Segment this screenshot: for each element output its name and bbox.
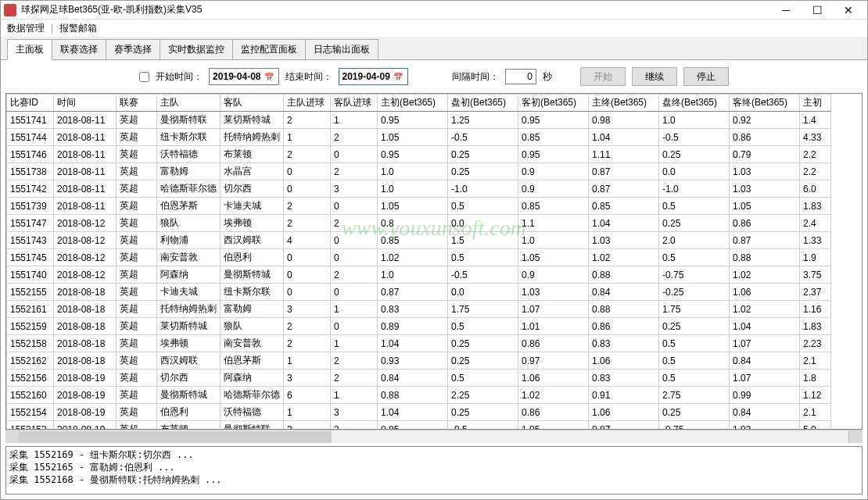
table-row[interactable]: 15521622018-08-18英超西汉姆联伯恩茅斯120.930.250.9… (7, 352, 831, 370)
toolbar: 开始时间： 2019-04-08📅 结束时间： 2019-04-09📅 间隔时间… (5, 65, 863, 93)
table-row[interactable]: 15521552018-08-18英超卡迪夫城纽卡斯尔联000.870.01.0… (7, 284, 831, 301)
table-row[interactable]: 15517472018-08-12英超狼队埃弗顿220.80.01.11.040… (7, 215, 831, 232)
table-cell: 英超 (117, 318, 157, 335)
calendar-icon[interactable]: 📅 (263, 70, 275, 83)
table-cell: 2.4 (800, 215, 831, 232)
table-cell: 1551746 (7, 146, 54, 163)
table-cell: 1.11 (589, 146, 659, 163)
menu-alert-email[interactable]: 报警邮箱 (56, 20, 100, 37)
maximize-button[interactable]: ☐ (802, 2, 833, 19)
log-panel[interactable]: 采集 1552169 - 纽卡斯尔联:切尔西 ...采集 1552165 - 富… (5, 446, 863, 495)
table-row[interactable]: 15517422018-08-11英超哈德斯菲尔德切尔西031.0-1.00.9… (7, 180, 831, 198)
horizontal-scrollbar[interactable] (5, 430, 863, 443)
table-cell: 沃特福德 (157, 146, 221, 163)
table-cell: 1552153 (7, 421, 54, 430)
column-header[interactable]: 主初 (800, 95, 831, 112)
app-window: 球探网足球Bet365(亚-欧-凯利指数)采集V35 ─ ☐ ✕ 数据管理 | … (0, 0, 868, 500)
table-row[interactable]: 15521582018-08-18英超埃弗顿南安普敦211.040.250.86… (7, 335, 831, 352)
table-cell: 1551739 (7, 198, 54, 215)
interval-spinner[interactable] (505, 69, 536, 84)
table-cell: 伯恩利 (221, 249, 284, 266)
table-cell: 2.25 (448, 387, 518, 404)
start-time-checkbox[interactable] (139, 72, 149, 82)
table-cell: 托特纳姆热刺 (157, 301, 221, 318)
table-cell: 2018-08-11 (54, 112, 117, 129)
tab-realtime-monitor[interactable]: 实时数据监控 (160, 39, 233, 59)
table-cell: 2018-08-12 (54, 266, 117, 284)
column-header[interactable]: 客终(Bet365) (730, 95, 800, 112)
table-cell: 1.75 (659, 301, 730, 318)
table-cell: 0.86 (518, 335, 589, 352)
table-cell: 0 (284, 284, 331, 301)
table-cell: 1.83 (800, 198, 831, 215)
table-cell: 英超 (117, 284, 157, 301)
table-cell: 2 (284, 215, 331, 232)
table-cell: 英超 (117, 370, 157, 387)
table-row[interactable]: 15521602018-08-19英超曼彻斯特城哈德斯菲尔德610.882.25… (7, 387, 831, 404)
interval-unit: 秒 (543, 70, 552, 84)
table-row[interactable]: 15517442018-08-11英超纽卡斯尔联托特纳姆热刺121.05-0.5… (7, 129, 831, 146)
table-cell: 2018-08-19 (54, 387, 117, 404)
close-button[interactable]: ✕ (833, 2, 864, 19)
table-cell: 伯恩茅斯 (221, 352, 284, 370)
calendar-icon[interactable]: 📅 (392, 70, 404, 83)
table-cell: 0.86 (730, 129, 800, 146)
table-cell: 1.02 (378, 249, 448, 266)
table-cell: 1.4 (800, 112, 831, 129)
table-cell: 1.04 (589, 215, 659, 232)
table-cell: 1551740 (7, 266, 54, 284)
table-row[interactable]: 15517412018-08-11英超曼彻斯特联莱切斯特城210.951.250… (7, 112, 831, 129)
column-header[interactable]: 比赛ID (7, 95, 54, 112)
table-row[interactable]: 15517462018-08-11英超沃特福德布莱顿200.950.250.95… (7, 146, 831, 163)
column-header[interactable]: 主初(Bet365) (378, 95, 448, 112)
table-row[interactable]: 15517402018-08-12英超阿森纳曼彻斯特城021.0-0.50.90… (7, 266, 831, 284)
tab-monitor-config[interactable]: 监控配置面板 (232, 39, 306, 59)
table-cell: 1.02 (589, 249, 659, 266)
start-time-input[interactable]: 2019-04-08📅 (209, 68, 278, 85)
table-cell: 0 (331, 318, 378, 335)
table-cell: 2018-08-19 (54, 404, 117, 421)
continue-button[interactable]: 继续 (632, 67, 677, 86)
table-cell: 0 (284, 163, 331, 180)
table-cell: 0.98 (589, 112, 659, 129)
table-row[interactable]: 15521532018-08-19英超布莱顿曼彻斯特联320.85-0.51.0… (7, 421, 831, 430)
tab-league-select[interactable]: 联赛选择 (52, 39, 106, 59)
table-scroll[interactable]: 比赛ID时间联赛主队客队主队进球客队进球主初(Bet365)盘初(Bet365)… (6, 94, 862, 429)
table-cell: 曼彻斯特城 (221, 266, 284, 284)
table-row[interactable]: 15521612018-08-18英超托特纳姆热刺富勒姆310.831.751.… (7, 301, 831, 318)
start-button[interactable]: 开始 (580, 67, 626, 86)
end-time-input[interactable]: 2019-04-09📅 (339, 68, 408, 85)
tab-season-select[interactable]: 赛季选择 (106, 39, 160, 59)
column-header[interactable]: 时间 (54, 95, 117, 112)
table-row[interactable]: 15517382018-08-11英超富勒姆水晶宫021.00.250.90.8… (7, 163, 831, 180)
tab-log-output[interactable]: 日志输出面板 (305, 39, 378, 59)
column-header[interactable]: 主终(Bet365) (589, 95, 659, 112)
table-cell: 哈德斯菲尔德 (157, 180, 221, 198)
table-cell: 1.5 (448, 232, 518, 249)
column-header[interactable]: 客队进球 (331, 95, 378, 112)
column-header[interactable]: 联赛 (117, 95, 157, 112)
table-cell: 2 (331, 352, 378, 370)
table-row[interactable]: 15521592018-08-18英超莱切斯特城狼队200.890.51.010… (7, 318, 831, 335)
column-header[interactable]: 盘终(Bet365) (659, 95, 730, 112)
menu-data-manage[interactable]: 数据管理 (4, 20, 48, 37)
table-cell: 1.16 (800, 301, 831, 318)
column-header[interactable]: 主队进球 (284, 95, 331, 112)
table-cell: 2018-08-19 (54, 370, 117, 387)
table-row[interactable]: 15521542018-08-19英超伯恩利沃特福德131.040.250.86… (7, 404, 831, 421)
table-cell: 4.33 (800, 129, 831, 146)
column-header[interactable]: 主队 (157, 95, 221, 112)
column-header[interactable]: 客队 (221, 95, 284, 112)
table-cell: 南安普敦 (157, 249, 221, 266)
table-row[interactable]: 15517392018-08-11英超伯恩茅斯卡迪夫城201.050.50.85… (7, 198, 831, 215)
tab-main-panel[interactable]: 主面板 (7, 39, 52, 60)
stop-button[interactable]: 停止 (683, 67, 729, 86)
column-header[interactable]: 客初(Bet365) (518, 95, 589, 112)
table-cell: 0.85 (518, 129, 589, 146)
column-header[interactable]: 盘初(Bet365) (448, 95, 518, 112)
table-row[interactable]: 15521562018-08-19英超切尔西阿森纳320.840.51.060.… (7, 370, 831, 387)
table-row[interactable]: 15517432018-08-12英超利物浦西汉姆联400.851.51.01.… (7, 232, 831, 249)
table-row[interactable]: 15517452018-08-12英超南安普敦伯恩利001.020.51.051… (7, 249, 831, 266)
minimize-button[interactable]: ─ (770, 2, 802, 19)
table-cell: 0.25 (659, 215, 730, 232)
